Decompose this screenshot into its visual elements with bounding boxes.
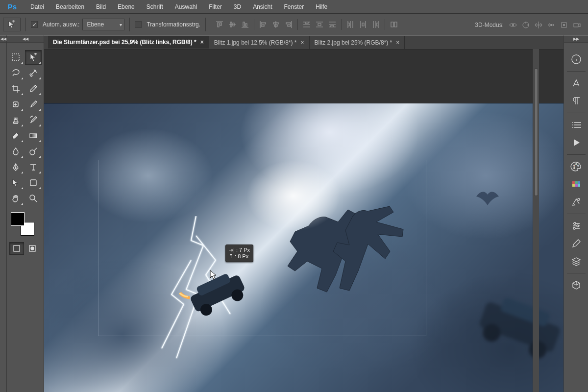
- pen-tool[interactable]: [7, 160, 24, 174]
- 3d-panel-icon[interactable]: [567, 277, 586, 293]
- svg-point-5: [563, 24, 565, 26]
- separator: [567, 154, 586, 155]
- separator: [567, 214, 586, 214]
- current-tool-preset[interactable]: [3, 18, 21, 31]
- gradient-tool[interactable]: [25, 128, 42, 143]
- left-collapse-strip[interactable]: ◀◀: [0, 35, 7, 392]
- auto-select-checkbox[interactable]: [31, 21, 38, 28]
- menu-view[interactable]: Ansicht: [247, 0, 278, 14]
- crop-tool[interactable]: [7, 81, 24, 96]
- marquee-tool[interactable]: [7, 50, 24, 65]
- align-hcenter-icon[interactable]: [270, 19, 282, 30]
- color-swatches[interactable]: [11, 212, 34, 236]
- 3d-mode-icons: [508, 20, 582, 30]
- layer-bounds-outline: [98, 160, 426, 336]
- document-tab[interactable]: Blitz 1.jpg bei 12,5% (RGB/8*) * ×: [209, 36, 310, 49]
- dock-grip-icon[interactable]: ▶▶: [564, 36, 588, 43]
- hand-tool[interactable]: [7, 191, 24, 206]
- adjustments-panel-icon[interactable]: [567, 218, 586, 234]
- svg-rect-19: [196, 273, 231, 296]
- align-bottom-icon[interactable]: [239, 19, 251, 30]
- clone-stamp-tool[interactable]: [7, 113, 24, 127]
- auto-select-target-dropdown[interactable]: Ebene ▾: [82, 19, 124, 30]
- distribute-vcenter-icon[interactable]: [314, 19, 325, 30]
- menu-3d[interactable]: 3D: [228, 0, 247, 14]
- menu-window[interactable]: Fenster: [278, 0, 310, 14]
- layers-panel-icon[interactable]: [567, 253, 586, 269]
- document-tab[interactable]: Blitz 2.jpg bei 25% (RGB/8*) * ×: [310, 36, 405, 49]
- auto-align-icon[interactable]: [388, 19, 400, 30]
- eyedropper-tool[interactable]: [25, 81, 42, 96]
- canvas[interactable]: ⇥| : 7 Px ⤒ : 8 Px: [44, 103, 564, 392]
- distribute-hcenter-icon[interactable]: [357, 19, 369, 30]
- vertical-scrollbar[interactable]: [533, 49, 539, 392]
- align-right-icon[interactable]: [283, 19, 294, 30]
- color-panel-icon[interactable]: [567, 159, 586, 174]
- svg-rect-15: [14, 245, 20, 251]
- canvas-art-lightning: [157, 216, 240, 363]
- menu-type[interactable]: Schrift: [141, 0, 169, 14]
- distribute-left-icon[interactable]: [344, 19, 356, 30]
- swatches-panel-icon[interactable]: [567, 176, 586, 192]
- brush-tool[interactable]: [25, 97, 42, 112]
- type-tool[interactable]: [25, 160, 42, 174]
- 3d-scale-icon[interactable]: [559, 20, 569, 30]
- quick-select-tool[interactable]: [25, 66, 42, 80]
- healing-brush-tool[interactable]: [7, 97, 24, 112]
- tools-panel: ◀◀: [7, 35, 44, 392]
- standard-mode-button[interactable]: [9, 242, 24, 255]
- distribute-right-icon[interactable]: [370, 19, 382, 30]
- menu-edit[interactable]: Bearbeiten: [50, 0, 90, 14]
- 3d-pan-icon[interactable]: [533, 20, 544, 30]
- close-icon[interactable]: ×: [200, 39, 204, 46]
- history-brush-tool[interactable]: [25, 113, 42, 127]
- character-panel-icon[interactable]: [567, 75, 586, 91]
- document-area: Die Sturmtänzer.psd bei 25,9% (Blitz lin…: [44, 35, 564, 392]
- tools-grip-icon[interactable]: ◀◀: [7, 36, 44, 43]
- canvas-viewport[interactable]: ⇥| : 7 Px ⤒ : 8 Px: [44, 49, 564, 392]
- quickmask-mode-button[interactable]: [25, 242, 40, 255]
- scrollbar-thumb[interactable]: [534, 69, 538, 196]
- svg-rect-7: [12, 54, 19, 61]
- distribute-bottom-icon[interactable]: [326, 19, 338, 30]
- lasso-tool[interactable]: [7, 66, 24, 80]
- align-top-icon[interactable]: [214, 19, 225, 30]
- menu-filter[interactable]: Filter: [203, 0, 228, 14]
- menu-help[interactable]: Hilfe: [310, 0, 333, 14]
- zoom-tool[interactable]: [25, 191, 42, 206]
- distribute-top-icon[interactable]: [301, 19, 313, 30]
- 3d-orbit-icon[interactable]: [508, 20, 518, 30]
- document-tab[interactable]: Die Sturmtänzer.psd bei 25,9% (Blitz lin…: [48, 35, 209, 49]
- info-panel-icon[interactable]: [567, 51, 586, 67]
- align-left-icon[interactable]: [257, 19, 269, 30]
- collapse-grip-icon[interactable]: ◀◀: [0, 36, 6, 43]
- blur-tool[interactable]: [7, 144, 24, 159]
- separator: [567, 71, 586, 72]
- actions-panel-icon[interactable]: [567, 135, 586, 150]
- svg-rect-32: [575, 181, 578, 184]
- align-vcenter-icon[interactable]: [226, 19, 238, 30]
- move-tool[interactable]: [25, 50, 42, 65]
- 3d-rotate-icon[interactable]: [520, 20, 531, 30]
- paragraph-panel-icon[interactable]: [567, 93, 586, 109]
- menu-image[interactable]: Bild: [90, 0, 112, 14]
- path-select-tool[interactable]: [7, 175, 24, 190]
- eraser-tool[interactable]: [7, 128, 24, 143]
- foreground-color-swatch[interactable]: [11, 212, 24, 226]
- shape-tool[interactable]: [25, 175, 42, 190]
- history-panel-icon[interactable]: [567, 117, 586, 133]
- menu-select[interactable]: Auswahl: [169, 0, 203, 14]
- menu-bar: Ps Datei Bearbeiten Bild Ebene Schrift A…: [0, 0, 588, 14]
- show-transform-checkbox[interactable]: [135, 21, 142, 28]
- menu-file[interactable]: Datei: [24, 0, 50, 14]
- close-icon[interactable]: ×: [301, 39, 304, 46]
- close-icon[interactable]: ×: [396, 39, 399, 46]
- svg-point-29: [577, 165, 579, 167]
- menu-layer[interactable]: Ebene: [112, 0, 141, 14]
- dodge-tool[interactable]: [25, 144, 42, 159]
- 3d-camera-icon[interactable]: [571, 20, 582, 30]
- brush-presets-panel-icon[interactable]: [567, 236, 586, 251]
- styles-panel-icon[interactable]: fx: [567, 194, 586, 210]
- 3d-slide-icon[interactable]: [546, 20, 557, 30]
- svg-point-27: [573, 165, 575, 167]
